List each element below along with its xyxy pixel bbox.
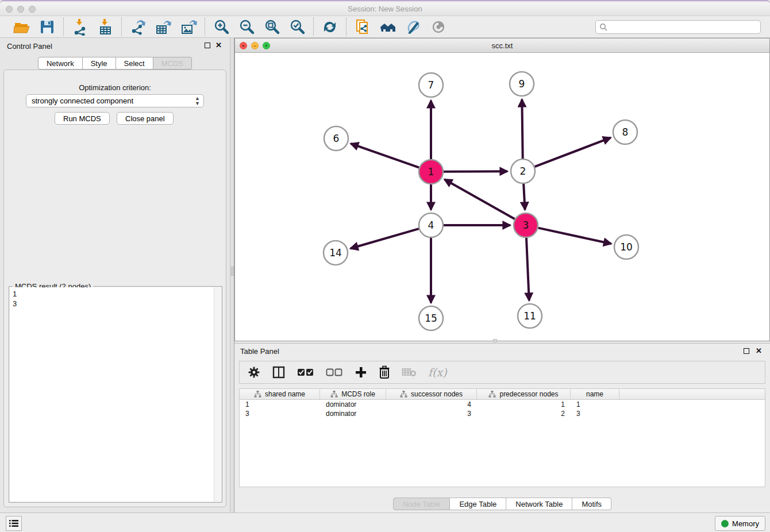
- graph-node-1[interactable]: 1: [419, 160, 443, 184]
- splitter-handle[interactable]: [231, 267, 234, 276]
- run-mcds-button[interactable]: Run MCDS: [55, 112, 110, 125]
- dropdown-selected-value: strongly connected component: [32, 97, 133, 105]
- save-session-icon[interactable]: [38, 18, 56, 36]
- table-cell[interactable]: 3: [386, 409, 477, 418]
- export-table-icon[interactable]: [155, 18, 172, 36]
- import-table-icon[interactable]: [97, 18, 114, 36]
- select-all-columns-icon[interactable]: [297, 368, 314, 377]
- style-icon[interactable]: [405, 18, 422, 36]
- apply-layout-icon[interactable]: [321, 18, 338, 36]
- node-table[interactable]: shared nameMCDS rolesuccessor nodesprede…: [239, 388, 765, 487]
- table-row[interactable]: 3dominator323: [240, 409, 765, 418]
- zoom-out-icon[interactable]: [238, 18, 255, 36]
- close-panel-icon[interactable]: ✕: [215, 41, 222, 49]
- memory-button[interactable]: Memory: [715, 516, 765, 531]
- tab-select[interactable]: Select: [116, 57, 153, 70]
- svg-text:3: 3: [523, 219, 529, 231]
- table-cell[interactable]: 1: [571, 400, 619, 409]
- open-session-icon[interactable]: [13, 18, 30, 36]
- float-panel-icon[interactable]: [205, 43, 210, 48]
- task-history-button[interactable]: [6, 516, 22, 531]
- zoom-selected-icon[interactable]: [288, 18, 306, 36]
- float-table-panel-icon[interactable]: [744, 348, 749, 354]
- graph-node-4[interactable]: 4: [419, 213, 443, 237]
- column-header-predecessor-nodes[interactable]: predecessor nodes: [477, 389, 571, 399]
- mcds-tab-panel: Optimization criterion: strongly connect…: [3, 70, 226, 507]
- search-input[interactable]: [595, 20, 761, 34]
- zoom-fit-icon[interactable]: [263, 18, 280, 36]
- graph-node-14[interactable]: 14: [324, 241, 348, 265]
- edge-3-10[interactable]: [538, 228, 611, 244]
- delete-table-icon[interactable]: [402, 367, 417, 377]
- table-cell[interactable]: dominator: [320, 400, 386, 409]
- edge-2-3[interactable]: [523, 184, 525, 210]
- column-layout-icon[interactable]: [272, 365, 286, 379]
- close-table-panel-icon[interactable]: ✕: [756, 346, 762, 355]
- column-header-successor-nodes[interactable]: successor nodes: [386, 389, 477, 399]
- export-network-icon[interactable]: [129, 18, 147, 36]
- graph-node-2[interactable]: 2: [511, 159, 535, 183]
- new-network-from-selection-icon[interactable]: [354, 18, 371, 36]
- graph-node-8[interactable]: 8: [613, 120, 637, 144]
- show-hide-icon[interactable]: [430, 18, 447, 36]
- graph-node-6[interactable]: 6: [324, 126, 348, 151]
- svg-text:4: 4: [428, 219, 434, 231]
- tab-edge-table[interactable]: Edge Table: [450, 498, 506, 510]
- tab-mcds[interactable]: MCDS: [153, 57, 192, 70]
- edge-4-14[interactable]: [351, 229, 419, 248]
- window-title: Session: New Session: [0, 5, 770, 13]
- graph-node-10[interactable]: 10: [614, 235, 638, 259]
- tab-network-table[interactable]: Network Table: [506, 498, 572, 510]
- tab-node-table[interactable]: Node Table: [393, 498, 451, 510]
- add-column-icon[interactable]: [355, 366, 367, 379]
- edge-3-11[interactable]: [526, 238, 529, 300]
- tab-style[interactable]: Style: [83, 57, 116, 70]
- column-header-name[interactable]: name: [571, 389, 619, 399]
- vertical-splitter[interactable]: [230, 38, 234, 512]
- edge-2-8[interactable]: [535, 138, 611, 167]
- graph-node-7[interactable]: 7: [419, 73, 443, 97]
- status-bar: Memory: [0, 512, 770, 532]
- result-scrollbar[interactable]: [214, 287, 221, 502]
- column-header-MCDS-role[interactable]: MCDS role: [320, 389, 386, 399]
- table-panel-title: Table Panel: [240, 347, 279, 356]
- import-network-icon[interactable]: [71, 18, 88, 36]
- tab-motifs[interactable]: Motifs: [572, 498, 611, 510]
- graph-node-9[interactable]: 9: [510, 72, 534, 96]
- zoom-in-icon[interactable]: [213, 18, 230, 36]
- edge-3-1[interactable]: [445, 179, 515, 219]
- unselect-all-columns-icon[interactable]: [326, 368, 343, 377]
- table-row[interactable]: 1dominator411: [240, 400, 765, 409]
- edge-2-9[interactable]: [522, 99, 522, 159]
- table-cell[interactable]: dominator: [320, 409, 386, 418]
- settings-gear-icon[interactable]: [248, 366, 260, 379]
- table-cell[interactable]: 3: [571, 409, 619, 418]
- export-image-icon[interactable]: [180, 18, 197, 36]
- graph-node-3[interactable]: 3: [514, 213, 538, 237]
- table-cell[interactable]: 1: [477, 400, 571, 409]
- tab-network[interactable]: Network: [38, 57, 83, 70]
- table-cell[interactable]: 2: [477, 409, 571, 418]
- edge-1-2[interactable]: [444, 171, 507, 172]
- table-cell[interactable]: 3: [240, 409, 320, 418]
- table-cell[interactable]: 1: [240, 400, 320, 409]
- optimization-criterion-select[interactable]: strongly connected component ▲▼: [26, 94, 204, 107]
- edge-1-6[interactable]: [351, 144, 419, 168]
- network-graph-canvas[interactable]: 7968124314101511: [235, 53, 769, 341]
- horizontal-splitter-handle[interactable]: [493, 339, 497, 342]
- network-window-titlebar[interactable]: × − + scc.txt: [235, 38, 769, 53]
- function-builder-icon: f(x): [428, 366, 447, 379]
- mcds-result-group: MCDS result (2 nodes) 1 3: [9, 286, 222, 503]
- main-toolbar: [0, 16, 770, 38]
- graph-node-15[interactable]: 15: [419, 306, 443, 330]
- svg-text:10: 10: [620, 241, 633, 253]
- close-panel-button[interactable]: Close panel: [117, 112, 174, 125]
- graph-node-11[interactable]: 11: [518, 304, 542, 328]
- svg-text:8: 8: [622, 126, 629, 138]
- column-header-shared-name[interactable]: shared name: [240, 389, 320, 399]
- optimization-criterion-label: Optimization criterion:: [4, 83, 226, 92]
- delete-columns-icon[interactable]: [379, 365, 390, 379]
- mcds-result-list[interactable]: 1 3: [10, 287, 221, 502]
- table-cell[interactable]: 4: [386, 400, 477, 409]
- first-neighbors-icon[interactable]: [379, 18, 396, 36]
